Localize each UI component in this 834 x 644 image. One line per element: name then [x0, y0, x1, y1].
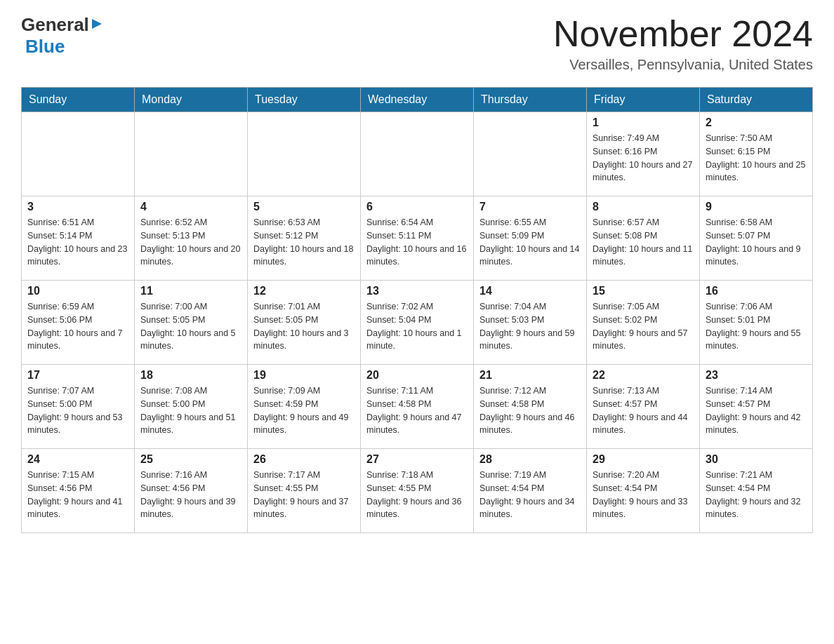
week-row-2: 3Sunrise: 6:51 AM Sunset: 5:14 PM Daylig… — [22, 196, 813, 281]
day-info: Sunrise: 7:17 AM Sunset: 4:55 PM Dayligh… — [253, 469, 355, 521]
day-info: Sunrise: 7:14 AM Sunset: 4:57 PM Dayligh… — [706, 384, 807, 437]
calendar-cell: 8Sunrise: 6:57 AM Sunset: 5:08 PM Daylig… — [587, 196, 700, 281]
calendar-header-friday: Friday — [587, 88, 700, 112]
day-number: 5 — [253, 201, 355, 213]
day-info: Sunrise: 7:49 AM Sunset: 6:16 PM Dayligh… — [593, 132, 694, 185]
calendar-cell: 6Sunrise: 6:54 AM Sunset: 5:11 PM Daylig… — [361, 196, 474, 281]
calendar-cell: 24Sunrise: 7:15 AM Sunset: 4:56 PM Dayli… — [22, 449, 135, 533]
day-info: Sunrise: 7:01 AM Sunset: 5:05 PM Dayligh… — [253, 300, 355, 353]
calendar-cell: 26Sunrise: 7:17 AM Sunset: 4:55 PM Dayli… — [248, 449, 361, 533]
calendar-cell: 5Sunrise: 6:53 AM Sunset: 5:12 PM Daylig… — [248, 196, 361, 281]
day-number: 3 — [27, 201, 128, 213]
day-number: 7 — [479, 201, 581, 213]
calendar-header-thursday: Thursday — [474, 88, 587, 112]
calendar-header-tuesday: Tuesday — [248, 88, 361, 112]
day-info: Sunrise: 7:18 AM Sunset: 4:55 PM Dayligh… — [366, 469, 468, 521]
day-number: 6 — [366, 201, 468, 213]
calendar-cell — [22, 112, 135, 196]
day-number: 17 — [27, 369, 128, 382]
day-info: Sunrise: 7:21 AM Sunset: 4:54 PM Dayligh… — [706, 469, 807, 521]
week-row-5: 24Sunrise: 7:15 AM Sunset: 4:56 PM Dayli… — [22, 449, 813, 533]
day-number: 1 — [593, 116, 694, 129]
calendar-cell: 19Sunrise: 7:09 AM Sunset: 4:59 PM Dayli… — [248, 365, 361, 449]
calendar-cell: 17Sunrise: 7:07 AM Sunset: 5:00 PM Dayli… — [22, 365, 135, 449]
day-number: 21 — [479, 369, 581, 382]
calendar-cell — [474, 112, 587, 196]
calendar-table: SundayMondayTuesdayWednesdayThursdayFrid… — [21, 87, 813, 533]
week-row-3: 10Sunrise: 6:59 AM Sunset: 5:06 PM Dayli… — [22, 281, 813, 365]
day-info: Sunrise: 7:12 AM Sunset: 4:58 PM Dayligh… — [479, 384, 581, 437]
calendar-cell: 16Sunrise: 7:06 AM Sunset: 5:01 PM Dayli… — [700, 281, 813, 365]
calendar-cell: 18Sunrise: 7:08 AM Sunset: 5:00 PM Dayli… — [135, 365, 248, 449]
calendar-cell: 7Sunrise: 6:55 AM Sunset: 5:09 PM Daylig… — [474, 196, 587, 281]
calendar-cell: 30Sunrise: 7:21 AM Sunset: 4:54 PM Dayli… — [700, 449, 813, 533]
day-number: 8 — [593, 201, 694, 213]
day-number: 28 — [479, 453, 581, 466]
day-number: 30 — [706, 453, 807, 466]
calendar-cell: 22Sunrise: 7:13 AM Sunset: 4:57 PM Dayli… — [587, 365, 700, 449]
calendar-cell: 9Sunrise: 6:58 AM Sunset: 5:07 PM Daylig… — [700, 196, 813, 281]
day-number: 11 — [140, 285, 241, 297]
week-row-1: 1Sunrise: 7:49 AM Sunset: 6:16 PM Daylig… — [22, 112, 813, 196]
calendar-cell: 23Sunrise: 7:14 AM Sunset: 4:57 PM Dayli… — [700, 365, 813, 449]
day-number: 2 — [706, 116, 807, 129]
calendar-cell: 1Sunrise: 7:49 AM Sunset: 6:16 PM Daylig… — [587, 112, 700, 196]
calendar-cell: 13Sunrise: 7:02 AM Sunset: 5:04 PM Dayli… — [361, 281, 474, 365]
page-header: General Blue November 2024 Versailles, P… — [21, 14, 813, 73]
day-info: Sunrise: 6:52 AM Sunset: 5:13 PM Dayligh… — [140, 216, 241, 269]
day-number: 20 — [366, 369, 468, 382]
day-number: 4 — [140, 201, 241, 213]
calendar-cell — [361, 112, 474, 196]
svg-marker-0 — [92, 19, 102, 29]
calendar-cell — [135, 112, 248, 196]
week-row-4: 17Sunrise: 7:07 AM Sunset: 5:00 PM Dayli… — [22, 365, 813, 449]
day-info: Sunrise: 6:51 AM Sunset: 5:14 PM Dayligh… — [27, 216, 128, 269]
day-number: 25 — [140, 453, 241, 466]
calendar-cell — [248, 112, 361, 196]
calendar-cell: 27Sunrise: 7:18 AM Sunset: 4:55 PM Dayli… — [361, 449, 474, 533]
day-number: 13 — [366, 285, 468, 297]
day-info: Sunrise: 7:11 AM Sunset: 4:58 PM Dayligh… — [366, 384, 468, 437]
day-number: 16 — [706, 285, 807, 297]
day-number: 10 — [27, 285, 128, 297]
day-number: 23 — [706, 369, 807, 382]
day-info: Sunrise: 7:06 AM Sunset: 5:01 PM Dayligh… — [706, 300, 807, 353]
day-info: Sunrise: 7:16 AM Sunset: 4:56 PM Dayligh… — [140, 469, 241, 521]
day-number: 27 — [366, 453, 468, 466]
calendar-header-row: SundayMondayTuesdayWednesdayThursdayFrid… — [22, 88, 813, 112]
day-info: Sunrise: 7:09 AM Sunset: 4:59 PM Dayligh… — [253, 384, 355, 437]
day-info: Sunrise: 7:50 AM Sunset: 6:15 PM Dayligh… — [706, 132, 807, 185]
day-info: Sunrise: 7:07 AM Sunset: 5:00 PM Dayligh… — [27, 384, 128, 437]
day-number: 9 — [706, 201, 807, 213]
day-number: 14 — [479, 285, 581, 297]
day-number: 26 — [253, 453, 355, 466]
month-title: November 2024 — [553, 14, 813, 54]
calendar-cell: 2Sunrise: 7:50 AM Sunset: 6:15 PM Daylig… — [700, 112, 813, 196]
calendar-cell: 21Sunrise: 7:12 AM Sunset: 4:58 PM Dayli… — [474, 365, 587, 449]
calendar-header-saturday: Saturday — [700, 88, 813, 112]
calendar-cell: 11Sunrise: 7:00 AM Sunset: 5:05 PM Dayli… — [135, 281, 248, 365]
day-info: Sunrise: 6:58 AM Sunset: 5:07 PM Dayligh… — [706, 216, 807, 269]
day-info: Sunrise: 6:59 AM Sunset: 5:06 PM Dayligh… — [27, 300, 128, 353]
day-info: Sunrise: 6:57 AM Sunset: 5:08 PM Dayligh… — [593, 216, 694, 269]
day-info: Sunrise: 7:13 AM Sunset: 4:57 PM Dayligh… — [593, 384, 694, 437]
day-number: 24 — [27, 453, 128, 466]
calendar-cell: 28Sunrise: 7:19 AM Sunset: 4:54 PM Dayli… — [474, 449, 587, 533]
day-info: Sunrise: 7:00 AM Sunset: 5:05 PM Dayligh… — [140, 300, 241, 353]
day-info: Sunrise: 7:19 AM Sunset: 4:54 PM Dayligh… — [479, 469, 581, 521]
day-info: Sunrise: 7:04 AM Sunset: 5:03 PM Dayligh… — [479, 300, 581, 353]
day-info: Sunrise: 7:20 AM Sunset: 4:54 PM Dayligh… — [593, 469, 694, 521]
logo-general-text: General — [21, 14, 89, 36]
calendar-cell: 14Sunrise: 7:04 AM Sunset: 5:03 PM Dayli… — [474, 281, 587, 365]
day-info: Sunrise: 7:15 AM Sunset: 4:56 PM Dayligh… — [27, 469, 128, 521]
day-number: 15 — [593, 285, 694, 297]
day-info: Sunrise: 7:05 AM Sunset: 5:02 PM Dayligh… — [593, 300, 694, 353]
calendar-cell: 3Sunrise: 6:51 AM Sunset: 5:14 PM Daylig… — [22, 196, 135, 281]
day-number: 29 — [593, 453, 694, 466]
day-info: Sunrise: 7:08 AM Sunset: 5:00 PM Dayligh… — [140, 384, 241, 437]
logo: General Blue — [21, 14, 103, 58]
calendar-cell: 29Sunrise: 7:20 AM Sunset: 4:54 PM Dayli… — [587, 449, 700, 533]
logo-blue-text: Blue — [25, 36, 65, 57]
calendar-cell: 20Sunrise: 7:11 AM Sunset: 4:58 PM Dayli… — [361, 365, 474, 449]
calendar-cell: 4Sunrise: 6:52 AM Sunset: 5:13 PM Daylig… — [135, 196, 248, 281]
